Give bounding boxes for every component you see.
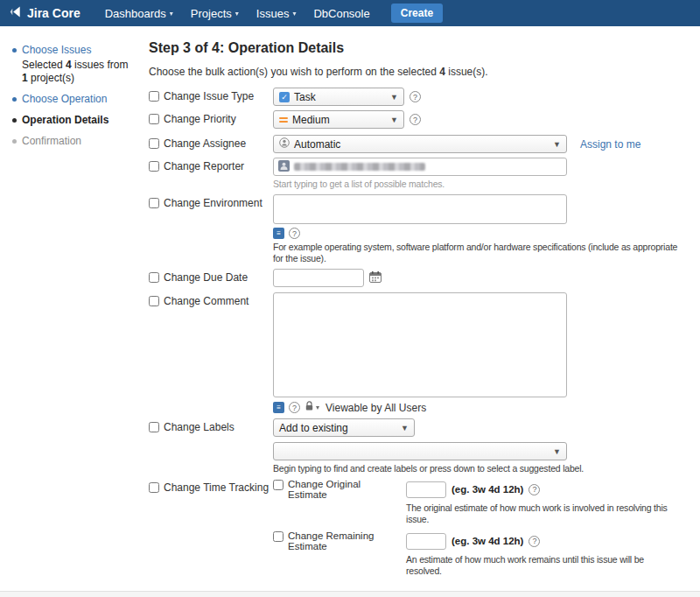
wiki-markup-icon[interactable]: ≡ — [273, 228, 284, 239]
chevron-down-icon: ▼ — [548, 447, 561, 456]
nav-issues[interactable]: Issues ▾ — [248, 7, 305, 20]
assignee-select[interactable]: Automatic ▼ — [273, 135, 567, 153]
help-icon[interactable]: ? — [289, 402, 300, 413]
labels-hint: Begin typing to find and create labels o… — [273, 463, 679, 474]
issue-type-select[interactable]: ✓ Task ▼ — [273, 88, 404, 106]
assignee-label[interactable]: Change Assignee — [149, 135, 273, 153]
app-brand-label: Jira Core — [27, 6, 80, 20]
remaining-estimate-label[interactable]: Change Remaining Estimate — [273, 530, 401, 551]
environment-hint: For example operating system, software p… — [273, 242, 679, 264]
comment-label[interactable]: Change Comment — [149, 292, 273, 414]
nav-dbconsole[interactable]: DbConsole — [304, 7, 378, 20]
comment-checkbox[interactable] — [149, 296, 159, 306]
original-estimate-example: (eg. 3w 4d 12h) — [452, 484, 523, 495]
priority-label[interactable]: Change Priority — [149, 110, 273, 129]
original-estimate-input[interactable] — [406, 481, 446, 498]
form-row-environment: Change Environment ≡ ? For example opera… — [149, 194, 679, 264]
chevron-down-icon: ▼ — [385, 93, 398, 102]
comment-textarea[interactable] — [273, 292, 567, 397]
environment-checkbox[interactable] — [149, 198, 159, 208]
wiki-markup-icon[interactable]: ≡ — [273, 402, 284, 413]
top-navbar: Jira Core Dashboards ▾ Projects ▾ Issues… — [0, 0, 700, 26]
help-icon[interactable]: ? — [528, 536, 540, 547]
nav-projects[interactable]: Projects ▾ — [182, 7, 248, 20]
bulk-operation-form: Change Issue Type ✓ Task ▼ ? — [149, 88, 679, 582]
original-estimate-checkbox[interactable] — [273, 480, 284, 490]
step-choose-operation: Choose Operation — [12, 93, 138, 106]
remaining-estimate-hint: An estimate of how much work remains unt… — [406, 554, 679, 577]
step-bullet — [12, 48, 17, 53]
chevron-down-icon: ▾ — [292, 10, 296, 18]
task-icon: ✓ — [279, 92, 290, 102]
original-estimate-block: Change Original Estimate (eg. 3w 4d 12h)… — [273, 479, 679, 525]
jira-logo-icon — [9, 5, 22, 21]
reporter-input[interactable] — [273, 158, 567, 176]
help-icon[interactable]: ? — [528, 484, 540, 495]
help-icon[interactable]: ? — [289, 228, 300, 239]
reporter-hint: Start typing to get a list of possible m… — [273, 179, 679, 190]
comment-visibility-selector[interactable]: ▾ — [304, 401, 319, 414]
remaining-estimate-checkbox[interactable] — [273, 531, 284, 542]
form-row-time-tracking: Change Time Tracking Change Original Est… — [149, 479, 679, 582]
due-date-input[interactable] — [273, 269, 364, 287]
assignee-checkbox[interactable] — [149, 138, 159, 149]
chevron-down-icon: ▼ — [548, 140, 561, 149]
step-link-choose-issues[interactable]: Choose Issues — [22, 44, 91, 57]
main-content: Step 3 of 4: Operation Details Choose th… — [138, 26, 700, 597]
environment-textarea[interactable] — [273, 194, 567, 224]
chevron-down-icon: ▼ — [396, 424, 409, 432]
assign-to-me-link[interactable]: Assign to me — [580, 138, 640, 151]
reporter-checkbox[interactable] — [149, 161, 159, 172]
help-icon[interactable]: ? — [410, 91, 421, 102]
step-current-label: Operation Details — [22, 114, 108, 127]
labels-picker-select[interactable]: ▼ — [273, 442, 567, 460]
chevron-down-icon: ▾ — [235, 10, 239, 18]
priority-value: Medium — [292, 114, 330, 126]
avatar — [278, 160, 290, 174]
form-row-assignee: Change Assignee Automatic ▼ Assign to me — [149, 135, 679, 153]
page-footer — [0, 591, 700, 597]
issue-type-checkbox[interactable] — [149, 91, 159, 102]
assignee-value: Automatic — [294, 138, 340, 151]
nav-dashboards[interactable]: Dashboards ▾ — [96, 7, 182, 20]
original-estimate-label[interactable]: Change Original Estimate — [273, 479, 401, 500]
priority-select[interactable]: Medium ▼ — [273, 110, 404, 129]
remaining-estimate-example: (eg. 3w 4d 12h) — [452, 536, 523, 546]
time-tracking-checkbox[interactable] — [149, 482, 159, 493]
labels-checkbox[interactable] — [149, 422, 159, 432]
due-date-label[interactable]: Change Due Date — [149, 269, 273, 287]
step-choose-issues-summary: Selected 4 issues from 1 project(s) — [22, 59, 134, 85]
form-row-labels: Change Labels Add to existing ▼ ▼ Begin … — [149, 418, 679, 474]
time-tracking-label[interactable]: Change Time Tracking — [149, 479, 273, 582]
environment-label[interactable]: Change Environment — [149, 194, 273, 264]
labels-label[interactable]: Change Labels — [149, 418, 273, 474]
reporter-redacted-value — [294, 163, 425, 171]
step-choose-issues: Choose Issues Selected 4 issues from 1 p… — [12, 44, 138, 85]
bulk-steps-sidebar: Choose Issues Selected 4 issues from 1 p… — [0, 26, 138, 156]
labels-mode-value: Add to existing — [279, 422, 348, 434]
chevron-down-icon: ▾ — [170, 10, 173, 18]
priority-medium-icon — [279, 117, 288, 123]
form-row-reporter: Change Reporter Start typing to get a li… — [149, 158, 679, 190]
step-operation-details: Operation Details — [12, 114, 138, 127]
form-row-due-date: Change Due Date — [149, 269, 679, 287]
calendar-icon[interactable] — [369, 271, 382, 285]
user-circle-icon — [279, 137, 290, 151]
app-brand[interactable]: Jira Core — [9, 5, 80, 21]
step-bullet — [12, 97, 17, 102]
step-link-choose-operation[interactable]: Choose Operation — [22, 93, 107, 106]
remaining-estimate-input[interactable] — [406, 533, 446, 550]
original-estimate-hint: The original estimate of how much work i… — [406, 502, 679, 525]
remaining-estimate-block: Change Remaining Estimate (eg. 3w 4d 12h… — [273, 530, 679, 577]
due-date-checkbox[interactable] — [149, 272, 159, 283]
issue-type-value: Task — [294, 91, 316, 103]
priority-checkbox[interactable] — [149, 114, 159, 124]
labels-mode-select[interactable]: Add to existing ▼ — [273, 418, 415, 437]
lock-icon — [304, 401, 314, 414]
help-icon[interactable]: ? — [410, 114, 421, 125]
create-button[interactable]: Create — [391, 4, 443, 23]
step-confirmation: Confirmation — [12, 135, 138, 148]
issue-type-label[interactable]: Change Issue Type — [149, 88, 273, 106]
intro-text: Choose the bulk action(s) you wish to pe… — [149, 66, 679, 78]
reporter-label[interactable]: Change Reporter — [149, 158, 273, 190]
